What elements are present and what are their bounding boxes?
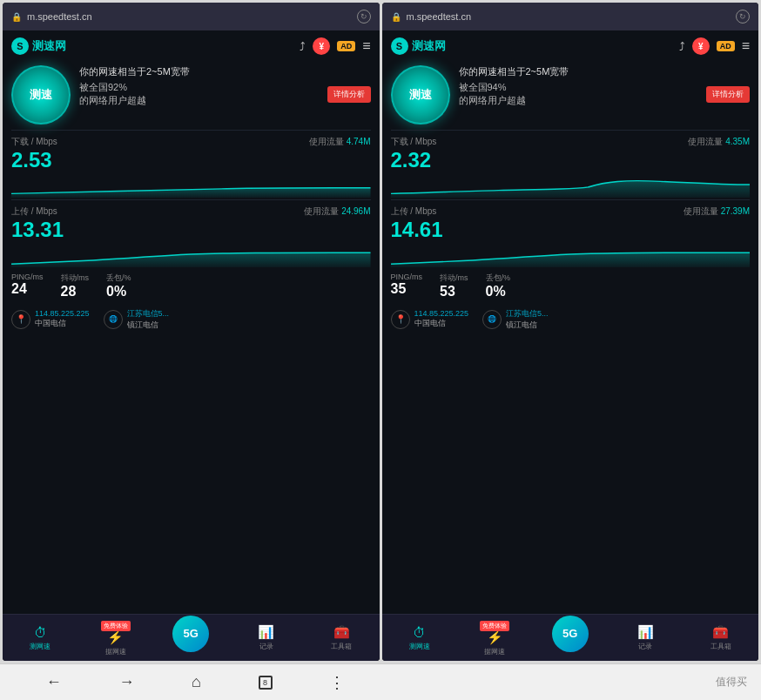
back-btn[interactable]: ← [36, 673, 72, 691]
upload-label-left: 上传 / Mbps [11, 205, 57, 218]
nav-data-label-left: 据网速 [105, 647, 126, 656]
nav-item-speed-right[interactable]: ⏱ 测网速 [382, 625, 458, 651]
spacer-left [3, 334, 380, 614]
ping-item-left: PING/ms 24 [11, 273, 44, 300]
percent-info-right: 被全国94% 的网络用户超越 [459, 81, 526, 107]
download-header-right: 下载 / Mbps 使用流量 4.35M [391, 136, 751, 148]
yuan-badge-right[interactable]: ¥ [692, 37, 710, 55]
5g-btn-right[interactable]: 5G [552, 616, 589, 652]
forward-btn[interactable]: → [108, 673, 145, 691]
ip-item-right: 📍 114.85.225.225 中国电信 [391, 309, 469, 329]
network-row-left: 📍 114.85.225.225 中国电信 🌐 江苏电信5... 镇江电信 [3, 305, 380, 334]
upload-header-right: 上传 / Mbps 使用流量 27.39M [391, 205, 751, 218]
ip-info-left: 114.85.225.225 中国电信 [35, 309, 90, 329]
nav-item-record-left[interactable]: 📊 记录 [229, 624, 305, 651]
menu-dots-btn[interactable]: ⋮ [319, 673, 355, 692]
phone-right: 🔒 m.speedtest.cn ↻ S 测速网 ⤴ ¥ AD [382, 3, 759, 661]
main-section-left: 测速 你的网速相当于2~5M宽带 被全国92% 的网络用户超越 详情分析 [3, 62, 380, 128]
isp-info-left: 江苏电信5... 镇江电信 [127, 308, 170, 331]
download-usage-left: 使用流量 4.74M [309, 136, 371, 148]
percent-sub-left: 的网络用户超越 [79, 94, 146, 107]
location-icon-left: 📍 [11, 310, 30, 329]
upload-value-left: 13.31 [11, 218, 371, 243]
nav-item-tools-left[interactable]: 🧰 工具箱 [304, 624, 380, 651]
recent-btn[interactable]: 8 [248, 676, 283, 690]
download-value-right: 2.32 [391, 148, 751, 173]
app-header-left: S 测速网 ⤴ ¥ AD ≡ [3, 30, 380, 62]
upload-usage-left: 使用流量 24.96M [304, 205, 370, 218]
ping-row-left: PING/ms 24 抖动/ms 28 丢包/% 0% [3, 267, 380, 305]
download-usage-val-right: 4.35M [725, 137, 750, 146]
menu-icon-left[interactable]: ≡ [362, 38, 370, 54]
ping-value-right: 35 [391, 281, 423, 297]
jitter-value-right: 53 [440, 284, 468, 300]
ip-carrier-left: 中国电信 [35, 318, 90, 329]
5g-btn-left[interactable]: 5G [172, 616, 209, 652]
isp-item-right: 🌐 江苏电信5... 镇江电信 [482, 308, 549, 331]
packetloss-item-left: 丢包/% 0% [106, 273, 131, 300]
nav-data-label-right: 据网速 [484, 647, 505, 656]
url-right[interactable]: m.speedtest.cn [407, 11, 731, 22]
url-left[interactable]: m.speedtest.cn [27, 11, 352, 22]
nav-record-label-left: 记录 [259, 642, 273, 651]
jitter-value-left: 28 [61, 284, 90, 300]
logo-text-right: 测速网 [412, 38, 446, 54]
description-left: 你的网速相当于2~5M宽带 [79, 65, 371, 78]
nav-tools-icon-right: 🧰 [712, 624, 729, 640]
speed-circle-right[interactable]: 测速 [391, 65, 450, 125]
nav-item-data-right[interactable]: 免费体验 ⚡ 据网速 [457, 619, 533, 656]
speed-info-right: 你的网速相当于2~5M宽带 被全国94% 的网络用户超越 详情分析 [459, 65, 751, 107]
isp-item-left: 🌐 江苏电信5... 镇江电信 [104, 308, 170, 331]
ping-value-left: 24 [11, 281, 44, 297]
refresh-left[interactable]: ↻ [357, 10, 371, 24]
packetloss-label-right: 丢包/% [486, 273, 511, 284]
download-chart-left [11, 173, 371, 198]
menu-icon-right[interactable]: ≡ [742, 38, 750, 54]
jitter-item-right: 抖动/ms 53 [440, 273, 468, 300]
nav-speed-icon-left: ⏱ [34, 625, 47, 640]
upload-chart-right [391, 243, 751, 267]
nav-record-icon-right: 📊 [637, 624, 654, 640]
ad-badge-left[interactable]: AD [337, 41, 355, 51]
upload-usage-right: 使用流量 27.39M [684, 205, 750, 218]
lock-icon-right: 🔒 [391, 12, 401, 22]
share-icon-right[interactable]: ⤴ [679, 40, 685, 53]
percent-text-right: 被全国94% [459, 81, 526, 94]
header-actions-right: ⤴ ¥ AD ≡ [679, 37, 750, 55]
speed-circle-left[interactable]: 测速 [11, 65, 71, 125]
share-icon-left[interactable]: ⤴ [300, 40, 306, 53]
phones-container: 🔒 m.speedtest.cn ↻ S 测速网 ⤴ ¥ AD [0, 0, 761, 663]
detail-btn-right[interactable]: 详情分析 [706, 86, 750, 103]
isp-info-right: 江苏电信5... 镇江电信 [506, 308, 549, 331]
upload-section-right: 上传 / Mbps 使用流量 27.39M 14.61 [382, 202, 759, 267]
refresh-right[interactable]: ↻ [736, 10, 750, 24]
percent-text-left: 被全国92% [79, 81, 146, 94]
speed-info-left: 你的网速相当于2~5M宽带 被全国92% 的网络用户超越 详情分析 [79, 65, 371, 107]
upload-value-right: 14.61 [391, 218, 751, 243]
ping-label-left: PING/ms [11, 273, 44, 281]
isp-name-right: 江苏电信5... [506, 308, 549, 320]
upload-header-left: 上传 / Mbps 使用流量 24.96M [11, 205, 371, 218]
percent-info-left: 被全国92% 的网络用户超越 [79, 81, 146, 107]
percent-row-right: 被全国94% 的网络用户超越 详情分析 [459, 81, 751, 107]
home-btn[interactable]: ⌂ [181, 673, 212, 691]
upload-section-left: 上传 / Mbps 使用流量 24.96M 13.31 [3, 202, 380, 267]
nav-tools-label-left: 工具箱 [331, 642, 352, 651]
bottom-nav-right: ⏱ 测网速 免费体验 ⚡ 据网速 5G 📊 记录 [382, 614, 759, 661]
nav-item-5g-right[interactable]: 5G [533, 624, 609, 652]
bottom-nav-left: ⏱ 测网速 免费体验 ⚡ 据网速 5G 📊 记录 [3, 614, 380, 661]
ad-badge-right[interactable]: AD [717, 41, 735, 51]
divider1-right [391, 130, 751, 131]
nav-item-speed-left[interactable]: ⏱ 测网速 [3, 625, 78, 651]
detail-btn-left[interactable]: 详情分析 [327, 86, 371, 103]
browser-bar-right: 🔒 m.speedtest.cn ↻ [382, 3, 759, 30]
nav-item-record-right[interactable]: 📊 记录 [608, 624, 684, 651]
download-header-left: 下载 / Mbps 使用流量 4.74M [11, 136, 371, 148]
left-nav: ← → ⌂ 8 ⋮ [0, 673, 391, 692]
jitter-item-left: 抖动/ms 28 [61, 273, 90, 300]
nav-item-5g-left[interactable]: 5G [153, 624, 229, 652]
yuan-badge-left[interactable]: ¥ [313, 37, 330, 55]
nav-item-data-left[interactable]: 免费体验 ⚡ 据网速 [78, 619, 154, 656]
nav-item-tools-right[interactable]: 🧰 工具箱 [684, 624, 759, 651]
percent-row-left: 被全国92% 的网络用户超越 详情分析 [79, 81, 371, 107]
